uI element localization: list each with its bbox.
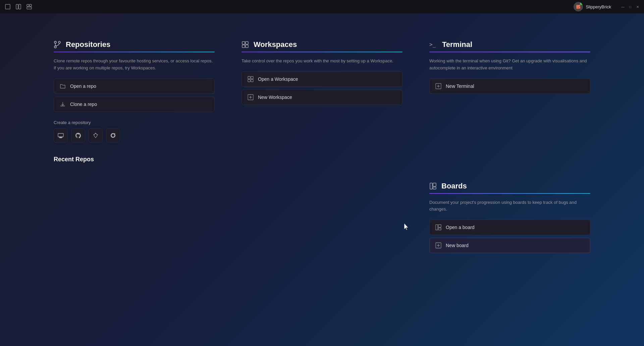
window-controls: — □ ✕ xyxy=(621,4,640,9)
local-provider-button[interactable] xyxy=(54,128,68,142)
new-board-button[interactable]: New board xyxy=(429,238,590,253)
close-button[interactable]: ✕ xyxy=(635,4,640,9)
svg-rect-15 xyxy=(246,42,248,44)
new-terminal-label: New Terminal xyxy=(446,83,474,89)
clone-repo-button[interactable]: Clone a repo xyxy=(54,97,215,112)
terminal-description: Working with the terminal when using Git… xyxy=(429,58,590,72)
create-repo-section: Create a repository xyxy=(54,120,215,142)
folder-icon xyxy=(59,83,66,90)
svg-rect-31 xyxy=(433,187,436,189)
boards-description: Document your project's progression usin… xyxy=(429,199,590,213)
svg-rect-20 xyxy=(248,79,250,82)
svg-rect-21 xyxy=(251,79,253,82)
boards-icon xyxy=(429,182,437,190)
boards-divider xyxy=(429,193,590,194)
repositories-header: Repositories xyxy=(54,40,215,49)
open-repo-label: Open a repo xyxy=(70,83,96,89)
svg-rect-18 xyxy=(248,76,250,79)
gitlab-provider-button[interactable] xyxy=(89,128,103,142)
minimize-button[interactable]: — xyxy=(621,4,625,9)
open-workspace-label: Open a Workspace xyxy=(258,76,298,82)
new-terminal-button[interactable]: New Terminal xyxy=(429,78,590,94)
open-repo-button[interactable]: Open a repo xyxy=(54,78,215,94)
svg-rect-32 xyxy=(436,225,438,230)
svg-rect-13 xyxy=(59,137,63,137)
titlebar: 🧱 SlipperyBrick — □ ✕ xyxy=(0,0,644,13)
terminal-title: Terminal xyxy=(442,40,472,49)
user-profile[interactable]: 🧱 SlipperyBrick xyxy=(574,2,611,11)
terminal-plus-icon xyxy=(435,83,442,90)
workspaces-header: Workspaces xyxy=(241,40,402,49)
workspaces-title: Workspaces xyxy=(254,40,297,49)
svg-rect-34 xyxy=(438,228,441,230)
new-board-icon xyxy=(435,242,442,249)
terminal-icon: >_ xyxy=(429,41,437,48)
workspaces-icon xyxy=(241,41,249,48)
svg-rect-2 xyxy=(19,4,21,9)
new-workspace-button[interactable]: New Workspace xyxy=(241,90,402,105)
split-panel-icon[interactable] xyxy=(15,3,22,10)
gitea-provider-button[interactable] xyxy=(106,128,120,142)
maximize-button[interactable]: □ xyxy=(628,4,633,9)
open-board-button[interactable]: Open a board xyxy=(429,220,590,235)
recent-repos-title: Recent Repos xyxy=(54,156,215,163)
terminal-section: >_ Terminal Working with the terminal wh… xyxy=(429,40,590,168)
open-workspace-button[interactable]: Open a Workspace xyxy=(241,71,402,87)
clone-repo-label: Clone a repo xyxy=(70,102,97,107)
svg-rect-14 xyxy=(242,42,245,44)
svg-rect-10 xyxy=(60,106,65,106)
svg-text:>_: >_ xyxy=(429,41,436,48)
repositories-divider xyxy=(54,52,215,52)
svg-rect-4 xyxy=(30,4,32,6)
boards-title: Boards xyxy=(441,182,467,190)
svg-point-6 xyxy=(54,41,56,43)
boards-header: Boards xyxy=(429,182,590,190)
workspaces-divider xyxy=(241,52,402,52)
main-content: Repositories Clone remote repos through … xyxy=(0,0,644,346)
titlebar-left xyxy=(4,3,33,10)
svg-rect-12 xyxy=(59,137,62,138)
single-panel-icon[interactable] xyxy=(4,3,11,10)
svg-rect-0 xyxy=(5,4,10,9)
new-workspace-icon xyxy=(247,94,254,101)
workspaces-description: Take control over the repos you work wit… xyxy=(241,58,402,65)
svg-rect-29 xyxy=(430,183,432,189)
open-board-label: Open a board xyxy=(446,225,475,230)
terminal-header: >_ Terminal xyxy=(429,40,590,49)
board-open-icon xyxy=(435,224,442,231)
github-provider-button[interactable] xyxy=(71,128,85,142)
svg-rect-11 xyxy=(58,133,63,137)
terminal-divider xyxy=(429,52,590,52)
provider-icons xyxy=(54,128,215,142)
svg-rect-17 xyxy=(246,45,248,48)
boards-section: Boards Document your project's progressi… xyxy=(429,182,590,256)
download-icon xyxy=(59,101,66,108)
svg-rect-1 xyxy=(16,4,18,9)
new-workspace-label: New Workspace xyxy=(258,95,292,100)
svg-rect-30 xyxy=(433,183,436,186)
workspace-open-icon xyxy=(247,76,254,82)
online-indicator xyxy=(580,2,583,5)
new-board-label: New board xyxy=(446,243,469,248)
svg-point-7 xyxy=(58,41,60,43)
repositories-description: Clone remote repos through your favourit… xyxy=(54,58,215,72)
home-page: Repositories Clone remote repos through … xyxy=(0,13,644,269)
username-label: SlipperyBrick xyxy=(586,4,611,9)
avatar: 🧱 xyxy=(574,2,583,11)
svg-rect-19 xyxy=(251,76,253,79)
workspaces-section: Workspaces Take control over the repos y… xyxy=(241,40,402,168)
svg-rect-5 xyxy=(27,7,32,9)
svg-point-8 xyxy=(54,46,56,48)
titlebar-right: 🧱 SlipperyBrick — □ ✕ xyxy=(574,2,640,11)
svg-rect-33 xyxy=(438,225,441,227)
svg-rect-3 xyxy=(27,4,29,6)
repositories-title: Repositories xyxy=(66,40,110,49)
repositories-icon xyxy=(54,41,61,49)
create-repo-label: Create a repository xyxy=(54,120,215,125)
multi-panel-icon[interactable] xyxy=(25,3,33,10)
repositories-section: Repositories Clone remote repos through … xyxy=(54,40,215,168)
svg-rect-16 xyxy=(242,45,245,48)
recent-repos-section: Recent Repos xyxy=(54,156,215,168)
